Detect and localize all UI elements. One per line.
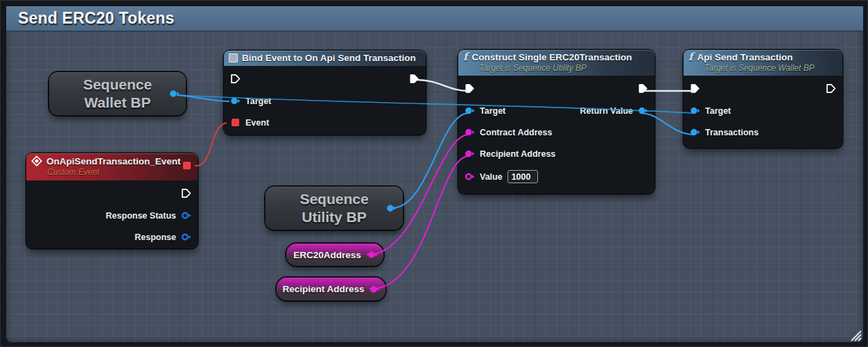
blueprint-editor-window: Send ERC20 Tokens Sequence Wallet BP Bin… <box>0 0 868 347</box>
pin-label: Response <box>134 232 176 242</box>
object-output-pin[interactable] <box>169 89 180 99</box>
exec-input-pin[interactable] <box>690 83 700 94</box>
pin-label: Response Status <box>106 211 176 221</box>
variable-node-title: Sequence Utility BP <box>300 190 368 227</box>
node-header[interactable]: Bind Event to On Api Send Transaction <box>224 51 426 66</box>
value-input-field[interactable] <box>507 170 538 183</box>
return-value-output-pin[interactable] <box>638 105 648 116</box>
struct-output-pin[interactable] <box>367 250 378 260</box>
custom-event-icon <box>31 155 42 167</box>
exec-input-pin[interactable] <box>230 74 241 84</box>
exec-output-pin[interactable] <box>638 83 648 94</box>
node-sequence-utility-bp[interactable]: Sequence Utility BP <box>266 187 403 230</box>
target-input-pin[interactable] <box>465 105 475 116</box>
node-api-send-transaction[interactable]: f Api Send Transaction Target is Sequenc… <box>684 50 842 148</box>
bind-event-icon <box>229 53 238 62</box>
response-status-output-pin[interactable] <box>181 210 191 221</box>
pin-label: Return Value <box>580 106 633 116</box>
pin-label: Target <box>245 96 271 106</box>
function-icon: f <box>688 52 693 62</box>
response-output-pin[interactable] <box>181 232 191 242</box>
node-header[interactable]: f Construct Single ERC20Transaction Targ… <box>458 50 654 76</box>
pin-label: Event <box>245 118 269 128</box>
node-erc20address[interactable]: ERC20Address <box>286 244 383 266</box>
pin-label: Recipient Address <box>480 149 555 159</box>
node-on-api-send-transaction-event[interactable]: OnApiSendTransaction_Event Custom Event … <box>26 153 198 248</box>
pin-label: Contract Address <box>480 128 552 137</box>
node-header[interactable]: f Api Send Transaction Target is Sequenc… <box>684 50 842 76</box>
exec-output-pin[interactable] <box>181 188 191 198</box>
target-input-pin[interactable] <box>230 96 241 106</box>
recipient-address-input-pin[interactable] <box>465 149 475 159</box>
object-output-pin[interactable] <box>386 203 397 214</box>
pin-label: Transactions <box>705 128 758 137</box>
exec-output-pin[interactable] <box>409 74 419 84</box>
exec-input-pin[interactable] <box>465 83 475 94</box>
exec-output-pin[interactable] <box>826 83 836 94</box>
event-delegate-input-pin[interactable] <box>230 117 241 128</box>
function-icon: f <box>463 52 467 62</box>
transactions-input-pin[interactable] <box>690 127 700 137</box>
struct-output-pin[interactable] <box>370 284 380 294</box>
graph-title: Send ERC20 Tokens <box>18 9 174 28</box>
node-construct-single-erc20transaction[interactable]: f Construct Single ERC20Transaction Targ… <box>458 50 654 194</box>
node-bind-event[interactable]: Bind Event to On Api Send Transaction Ta… <box>224 51 426 135</box>
node-sequence-wallet-bp[interactable]: Sequence Wallet BP <box>49 72 186 115</box>
pin-label: Value <box>480 172 503 182</box>
target-input-pin[interactable] <box>690 105 700 116</box>
node-header[interactable]: OnApiSendTransaction_Event Custom Event <box>26 153 198 180</box>
node-recipient-address[interactable]: Recipient Address <box>277 278 385 301</box>
value-input-pin[interactable] <box>465 171 475 182</box>
resize-grip-icon[interactable] <box>850 330 862 342</box>
variable-node-title: Sequence Wallet BP <box>83 76 152 112</box>
contract-address-input-pin[interactable] <box>465 127 475 137</box>
graph-title-bar[interactable]: Send ERC20 Tokens <box>6 6 863 32</box>
pin-label: Target <box>480 106 505 116</box>
delegate-output-pin[interactable] <box>182 160 192 171</box>
pin-label: Target <box>705 106 731 116</box>
